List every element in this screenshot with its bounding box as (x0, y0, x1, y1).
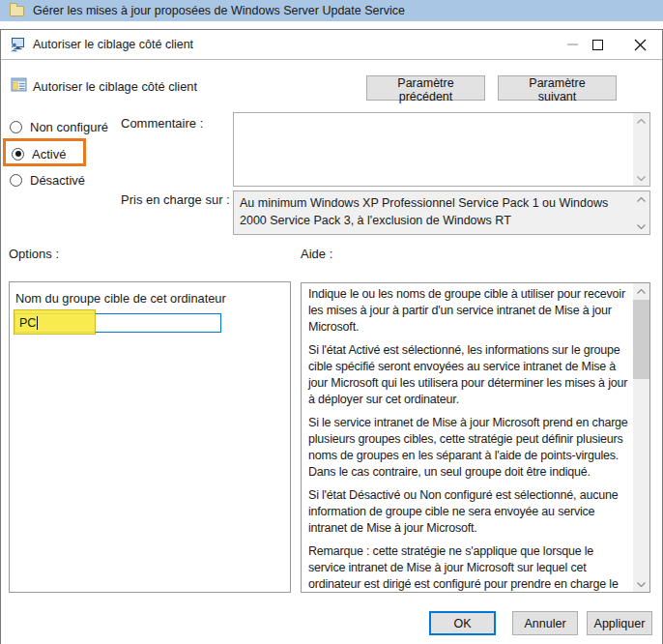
radio-disabled[interactable]: Désactivé (10, 172, 85, 188)
folder-icon (10, 6, 24, 16)
help-text: Indique le ou les noms de groupe cible à… (302, 283, 633, 592)
target-group-input[interactable]: PC (14, 313, 221, 333)
radio-circle (12, 148, 24, 161)
scroll-up-button[interactable] (633, 283, 649, 299)
help-scrollbar[interactable] (633, 283, 649, 592)
scroll-up-icon (637, 289, 646, 294)
scroll-down-button[interactable] (633, 170, 649, 186)
group-policy-icon (10, 37, 25, 52)
target-group-field-label: Nom du groupe cible de cet ordinateur (15, 291, 226, 306)
comment-value[interactable] (234, 113, 633, 186)
help-label: Aide : (301, 247, 332, 261)
minimize-icon (567, 44, 578, 45)
apply-button[interactable]: Appliquer (587, 611, 652, 635)
next-setting-button[interactable]: Paramètre suivant (498, 75, 617, 101)
comment-label: Commentaire : (121, 116, 203, 131)
dialog-title: Autoriser le ciblage côté client (33, 38, 193, 51)
ok-button[interactable]: OK (429, 611, 496, 635)
help-panel: Indique le ou les noms de groupe cible à… (301, 282, 650, 593)
scroll-up-icon (637, 197, 646, 202)
scroll-down-icon (637, 224, 646, 229)
close-icon (634, 39, 647, 51)
supported-on-box: Au minimum Windows XP Professionnel Serv… (233, 190, 650, 235)
radio-not-configured[interactable]: Non configuré (10, 119, 108, 134)
supported-on-label: Pris en charge sur : (121, 192, 230, 207)
comment-scrollbar[interactable] (633, 113, 649, 186)
scroll-down-button[interactable] (633, 219, 649, 234)
options-panel: Nom du groupe cible de cet ordinateur PC (9, 281, 291, 593)
minimize-button[interactable] (560, 30, 585, 59)
scroll-up-button[interactable] (633, 191, 649, 207)
text-caret (37, 316, 38, 330)
dialog-titlebar[interactable]: Autoriser le ciblage côté client (1, 30, 662, 60)
scroll-down-icon (637, 176, 646, 181)
maximize-icon (592, 40, 603, 50)
radio-circle (10, 121, 22, 133)
scroll-up-button[interactable] (633, 113, 649, 129)
cancel-button[interactable]: Annuler (512, 611, 578, 635)
setting-name: Autoriser le ciblage côté client (33, 79, 197, 94)
supported-on-scrollbar[interactable] (633, 191, 649, 234)
previous-setting-button[interactable]: Paramètre précédent (366, 75, 485, 101)
maximize-button[interactable] (585, 30, 610, 59)
comment-textarea[interactable] (233, 112, 650, 187)
policy-dialog: Autoriser le ciblage côté client Autoris… (0, 29, 663, 644)
scroll-down-button[interactable] (633, 576, 649, 592)
radio-label: Désactivé (30, 173, 85, 188)
policy-setting-icon (11, 76, 27, 93)
options-label: Options : (9, 247, 59, 261)
scrollbar-thumb[interactable] (633, 300, 649, 379)
target-group-value: PC (19, 316, 36, 330)
supported-on-text: Au minimum Windows XP Professionnel Serv… (234, 191, 633, 234)
radio-label: Activé (32, 147, 66, 161)
radio-circle (10, 174, 22, 187)
radio-enabled[interactable]: Activé (12, 146, 66, 161)
scroll-down-icon (637, 582, 646, 587)
background-window-title: Gérer les mises à jour proposées de Wind… (33, 4, 405, 17)
close-button[interactable] (625, 30, 654, 59)
background-window-titlebar[interactable]: Gérer les mises à jour proposées de Wind… (0, 0, 663, 21)
radio-label: Non configuré (30, 120, 108, 134)
scroll-up-icon (637, 119, 646, 124)
